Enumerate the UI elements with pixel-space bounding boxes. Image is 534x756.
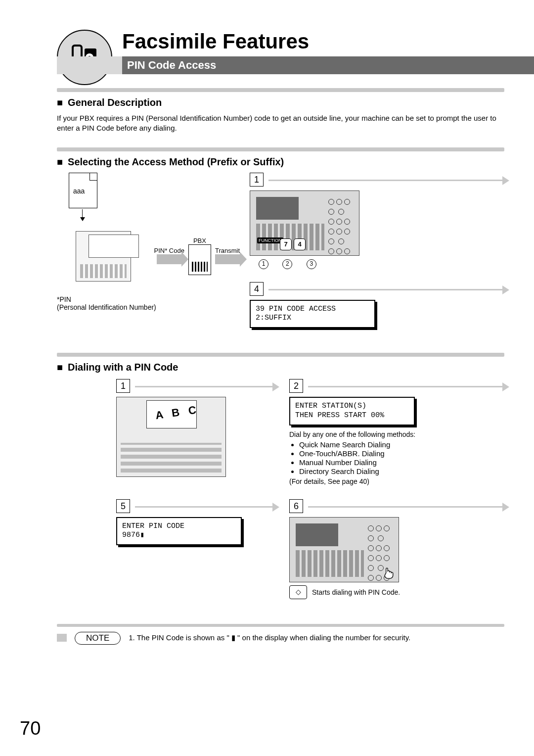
step-5-header: 5 <box>116 499 274 514</box>
pin-code-label: PIN* Code <box>154 247 184 254</box>
section-divider <box>57 353 504 357</box>
callout-numbers: 1 2 3 <box>253 259 504 269</box>
page-number: 70 <box>20 718 41 739</box>
section-divider <box>57 88 504 92</box>
subtitle: PIN Code Access <box>122 56 534 74</box>
step-number: 2 <box>289 379 303 393</box>
page: Facsimile Features PIN Code Access Gener… <box>0 0 534 756</box>
main-title: Facsimile Features <box>122 30 504 53</box>
lcd-display: ENTER PIN CODE 9876▮ <box>116 517 242 546</box>
list-item: Quick Name Search Dialing <box>299 440 504 449</box>
heading-dialing: Dialing with a PIN Code <box>57 362 504 373</box>
step-1-header: 1 <box>250 173 504 188</box>
list-item: Directory Search Dialing <box>299 467 504 475</box>
general-text: If your PBX requires a PIN (Personal Ide… <box>57 113 504 134</box>
dialing-row-1: 1 A B C 2 ENTER STATION(S) THEN PRESS ST… <box>57 379 504 485</box>
section-divider <box>57 624 504 627</box>
doc-label: aaa <box>73 187 85 195</box>
selecting-layout: aaa PIN* Code PBX Transmit <box>57 173 504 333</box>
keypad-7: 7 <box>280 238 292 250</box>
hand-press-icon <box>382 565 396 579</box>
methods-ref: (For details, See page 40) <box>289 477 504 485</box>
callout-2: 2 <box>282 259 292 269</box>
arrow-icon <box>215 254 240 264</box>
dial-methods-list: Quick Name Search Dialing One-Touch/ABBR… <box>292 440 504 475</box>
pbx-label: PBX <box>188 237 211 244</box>
flow-row: PIN* Code PBX Transmit <box>57 228 240 284</box>
document-icon: aaa <box>69 173 97 208</box>
list-item: One-Touch/ABBR. Dialing <box>299 449 504 458</box>
start-key: ◇ <box>289 585 307 599</box>
step-4-header: 4 <box>250 282 504 297</box>
transmit-label: Transmit <box>215 247 240 254</box>
pin-footnote-1: *PIN <box>57 295 240 303</box>
step-number: 4 <box>250 282 264 296</box>
lcd-display: 39 PIN CODE ACCESS 2:SUFFIX <box>250 300 375 329</box>
note-text: 1. The PIN Code is shown as " ▮ " on the… <box>129 633 410 643</box>
methods-intro: Dial by any one of the following methods… <box>289 430 504 438</box>
page-header: Facsimile Features PIN Code Access <box>57 30 504 74</box>
fax-machine-icon <box>76 231 131 282</box>
heading-selecting: Selecting the Access Method (Prefix or S… <box>57 156 504 168</box>
step-1-header: 1 <box>116 379 274 394</box>
subtitle-band: PIN Code Access <box>57 56 504 74</box>
heading-general: General Description <box>57 97 504 108</box>
selecting-steps: 1 FUNCTION 7 4 1 2 <box>250 173 504 333</box>
note-block: NOTE 1. The PIN Code is shown as " ▮ " o… <box>57 632 504 646</box>
note-stub-icon <box>57 634 67 642</box>
document-on-scanner-icon: A B C <box>116 397 226 477</box>
step-number: 6 <box>289 499 303 513</box>
step-6-header: 6 <box>289 499 504 514</box>
function-key-label: FUNCTION <box>257 237 283 243</box>
list-item: Manual Number Dialing <box>299 458 504 467</box>
selecting-diagram: aaa PIN* Code PBX Transmit <box>57 173 240 333</box>
control-panel-icon <box>289 517 399 582</box>
callout-1: 1 <box>259 259 268 269</box>
pin-footnote-2: (Personal Identification Number) <box>57 303 240 311</box>
note-label: NOTE <box>75 632 121 645</box>
step-2-header: 2 <box>289 379 504 394</box>
control-panel-icon: FUNCTION 7 4 <box>250 190 359 256</box>
keypad-4: 4 <box>294 238 306 250</box>
pbx-icon <box>188 244 211 275</box>
section-divider <box>57 147 504 151</box>
start-caption: Starts dialing with PIN Code. <box>312 588 400 596</box>
down-arrow-icon <box>82 209 83 220</box>
step-number: 1 <box>250 173 264 187</box>
arrow-icon <box>157 254 181 264</box>
lcd-display: ENTER STATION(S) THEN PRESS START 00% <box>289 397 415 425</box>
step-number: 1 <box>116 379 130 393</box>
callout-3: 3 <box>307 259 316 269</box>
dialing-row-2: 5 ENTER PIN CODE 9876▮ 6 <box>57 499 504 599</box>
step-number: 5 <box>116 499 130 513</box>
